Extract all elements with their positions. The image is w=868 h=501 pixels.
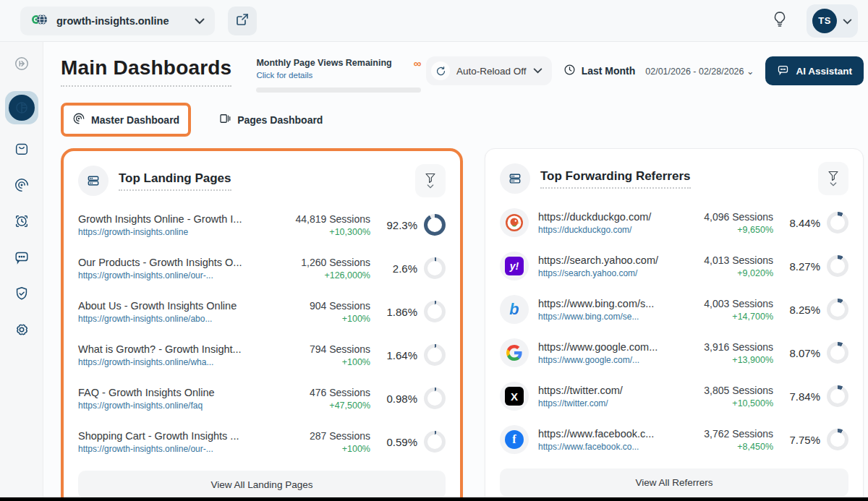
- page-url-link[interactable]: https://growth-insights.online/faq: [78, 401, 282, 411]
- ai-assistant-button[interactable]: AI Assistant: [765, 56, 864, 85]
- change-value: +8,450%: [685, 442, 773, 452]
- change-value: +9,020%: [685, 268, 773, 278]
- shopping-bag-icon: [14, 141, 30, 160]
- website-selector[interactable]: growth-insights.online: [20, 7, 215, 35]
- pages-icon: [218, 112, 231, 127]
- sessions-value: 4,003 Sessions: [685, 298, 773, 309]
- percent-value: 8.07%: [789, 347, 820, 359]
- filter-button[interactable]: [818, 162, 848, 195]
- sessions-value: 287 Sessions: [282, 430, 370, 442]
- page-url-link[interactable]: https://growth-insights.online/wha...: [78, 357, 282, 367]
- page-title-text: FAQ - Growth Insights Online: [78, 387, 282, 398]
- percent-value: 92.3%: [386, 219, 417, 231]
- sidebar-item-expand[interactable]: [12, 55, 32, 75]
- yahoo-favicon: y!: [500, 252, 529, 281]
- auto-reload-dropdown[interactable]: Auto-Reload Off: [426, 56, 552, 85]
- clock-scan-icon: [14, 213, 30, 232]
- referrer-url-link[interactable]: https://twitter.com/: [538, 398, 685, 408]
- chevron-down-icon: [533, 68, 542, 74]
- landing-page-row[interactable]: Shopping Cart - Growth Insights ... http…: [78, 420, 446, 463]
- chevron-down-icon: [195, 14, 205, 27]
- sidebar-item-privacy[interactable]: [12, 285, 32, 305]
- chat-bubble-icon: [14, 249, 30, 268]
- card-title: Top Forwarding Referrers: [540, 169, 691, 189]
- lightbulb-icon: [773, 11, 787, 31]
- landing-page-row[interactable]: Growth Insights Online - Growth I... htt…: [78, 203, 446, 247]
- sessions-value: 4,096 Sessions: [685, 211, 773, 223]
- referrer-title-text: https://twitter.com/: [538, 385, 685, 396]
- percent-value: 8.25%: [789, 304, 820, 316]
- referrer-title-text: https://www.bing.com/s...: [538, 298, 685, 309]
- change-value: +100%: [282, 357, 370, 367]
- ai-assistant-label: AI Assistant: [796, 66, 852, 77]
- page-views-widget[interactable]: Monthly Page Views Remaining Click for d…: [256, 58, 421, 93]
- sidebar-item-behavior[interactable]: [12, 176, 32, 197]
- page-url-link[interactable]: https://growth-insights.online: [78, 227, 282, 237]
- percent-donut: [424, 387, 446, 409]
- sidebar-item-settings[interactable]: [12, 321, 32, 341]
- page-url-link[interactable]: https://growth-insights.online/abo...: [78, 314, 282, 324]
- view-all-referrers-button[interactable]: View All Referrers: [500, 468, 848, 497]
- page-url-link[interactable]: https://growth-insights.online/our-...: [78, 270, 282, 281]
- website-name: growth-insights.online: [56, 15, 169, 27]
- landing-page-row[interactable]: Our Products - Growth Insights O... http…: [78, 247, 446, 290]
- referrer-row[interactable]: X https://twitter.com/ https://twitter.c…: [500, 374, 848, 418]
- tab-master-dashboard[interactable]: Master Dashboard: [61, 103, 191, 137]
- sidebar-item-feedback[interactable]: [12, 249, 32, 269]
- change-value: +126,000%: [282, 270, 370, 281]
- tips-button[interactable]: [766, 7, 793, 35]
- referrer-url-link[interactable]: https://www.google.com/...: [538, 355, 685, 365]
- external-link-icon: [236, 13, 249, 29]
- percent-value: 7.84%: [789, 390, 820, 403]
- referrer-row[interactable]: y! https://search.yahoo.com/ https://sea…: [500, 244, 848, 288]
- change-value: +100%: [282, 314, 370, 324]
- referrer-row[interactable]: f https://www.facebook.c... https://www.…: [500, 418, 848, 461]
- sidebar-item-ecommerce[interactable]: [12, 140, 32, 160]
- landing-page-row[interactable]: What is Growth? - Growth Insight... http…: [78, 333, 446, 377]
- filter-button[interactable]: [415, 164, 446, 197]
- landing-page-row[interactable]: About Us - Growth Insights Online https:…: [78, 290, 446, 333]
- referrer-title-text: https://duckduckgo.com/: [538, 211, 685, 223]
- sidebar-item-session-recordings[interactable]: [12, 213, 32, 233]
- landing-page-row[interactable]: FAQ - Growth Insights Online https://gro…: [78, 377, 446, 420]
- percent-value: 0.59%: [386, 436, 417, 448]
- referrer-row[interactable]: https://duckduckgo.com/ https://duckduck…: [500, 201, 848, 244]
- avatar: TS: [812, 9, 837, 33]
- tab-pages-dashboard[interactable]: Pages Dashboard: [210, 106, 331, 134]
- date-period[interactable]: Last Month 02/01/2026 - 02/28/2026 ⌄: [563, 64, 754, 79]
- sessions-value: 3,805 Sessions: [685, 385, 773, 396]
- clock-icon: [563, 64, 576, 79]
- referrer-title-text: https://www.facebook.c...: [538, 428, 685, 440]
- user-menu[interactable]: TS: [807, 4, 858, 38]
- facebook-favicon: f: [500, 425, 529, 454]
- change-value: +100%: [282, 444, 370, 454]
- page-views-details-link[interactable]: Click for details: [256, 71, 312, 80]
- page-url-link[interactable]: https://growth-insights.online/our-...: [78, 444, 282, 454]
- period-range[interactable]: 02/01/2026 - 02/28/2026 ⌄: [645, 66, 754, 77]
- page-views-progress-bar: [256, 87, 421, 93]
- referrer-url-link[interactable]: https://search.yahoo.com/: [538, 268, 685, 278]
- referrer-row[interactable]: b https://www.bing.com/s... https://www.…: [500, 288, 848, 331]
- referrer-url-link[interactable]: https://www.facebook.co...: [538, 442, 685, 452]
- page-title-text: Our Products - Growth Insights O...: [78, 257, 282, 268]
- list-widget-icon: [78, 166, 109, 196]
- sessions-value: 904 Sessions: [282, 300, 370, 312]
- sidebar-item-dashboards[interactable]: [5, 91, 38, 124]
- list-widget-icon: [500, 163, 530, 194]
- sessions-value: 3,916 Sessions: [685, 341, 773, 353]
- referrer-row[interactable]: https://www.google.com... https://www.go…: [500, 331, 848, 374]
- dashboard-pie-icon: [9, 95, 35, 121]
- percent-value: 1.86%: [386, 306, 417, 318]
- view-all-landing-pages-button[interactable]: View All Landing Pages: [78, 471, 446, 499]
- referrer-title-text: https://search.yahoo.com/: [538, 254, 685, 266]
- screenshot-bottom-bar: [0, 497, 868, 501]
- percent-donut: [827, 342, 848, 364]
- open-website-button[interactable]: [228, 7, 257, 35]
- percent-donut: [424, 214, 446, 236]
- referrer-url-link[interactable]: https://www.bing.com/se...: [538, 312, 685, 322]
- page-views-label: Monthly Page Views Remaining: [256, 58, 391, 68]
- change-value: +10,300%: [282, 227, 370, 237]
- chevron-down-icon: [427, 184, 434, 189]
- sessions-value: 3,762 Sessions: [685, 428, 773, 440]
- referrer-url-link[interactable]: https://duckduckgo.com/: [538, 225, 685, 235]
